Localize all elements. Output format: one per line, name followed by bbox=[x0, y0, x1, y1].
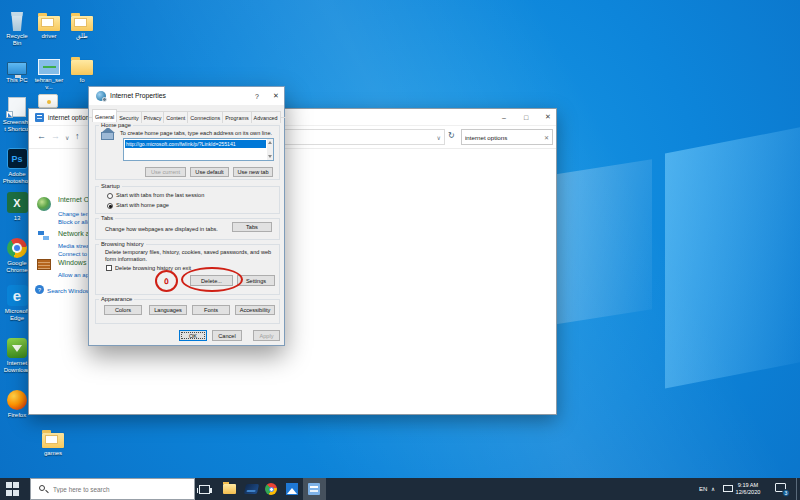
colors-button[interactable]: Colors bbox=[104, 305, 142, 315]
control-panel-taskbar-button-active[interactable] bbox=[303, 478, 326, 500]
folder-icon bbox=[38, 16, 60, 31]
search-icon bbox=[39, 485, 45, 491]
control-panel-icon bbox=[308, 483, 320, 495]
desktop-icon-recycle-bin[interactable]: Recycle Bin bbox=[2, 9, 32, 47]
photos-icon bbox=[286, 483, 298, 495]
tray-chevron-up-icon[interactable]: ∧ bbox=[711, 486, 715, 492]
radio-label[interactable]: Start with home page bbox=[116, 202, 169, 208]
dialog-help-button[interactable]: ? bbox=[249, 89, 265, 103]
dialog-titlebar[interactable]: Internet Properties ? ✕ bbox=[89, 87, 284, 105]
tab-programs[interactable]: Programs bbox=[222, 111, 251, 123]
tab-advanced[interactable]: Advanced bbox=[251, 111, 281, 123]
accessibility-button[interactable]: Accessibility bbox=[235, 305, 275, 315]
laptop-swoosh-icon bbox=[243, 484, 258, 494]
maximize-button[interactable]: □ bbox=[517, 109, 535, 125]
help-icon: ? bbox=[35, 285, 44, 294]
scroll-up-icon bbox=[268, 141, 272, 144]
desktop-icon-label: driver bbox=[34, 33, 64, 40]
download-manager-icon bbox=[7, 338, 27, 358]
recycle-bin-icon bbox=[10, 12, 25, 31]
desktop-icon-tehran-serv[interactable]: tehran_serv... bbox=[34, 53, 64, 91]
language-indicator[interactable]: EN bbox=[699, 486, 707, 492]
use-new-tab-button[interactable]: Use new tab bbox=[233, 167, 273, 177]
clear-search-icon[interactable]: ✕ bbox=[544, 134, 549, 141]
annotation-step-circle: ٥ bbox=[155, 270, 178, 292]
radio-label[interactable]: Start with tabs from the last session bbox=[116, 192, 204, 198]
ok-button[interactable]: OK bbox=[179, 330, 207, 341]
group-label: Tabs bbox=[99, 215, 115, 221]
tabs-description: Change how webpages are displayed in tab… bbox=[105, 226, 218, 232]
group-label: Startup bbox=[99, 183, 122, 189]
scrollbar[interactable] bbox=[267, 139, 273, 160]
languages-button[interactable]: Languages bbox=[149, 305, 187, 315]
desktop-icon-label: This PC bbox=[2, 77, 32, 84]
browsing-history-description: form information. bbox=[105, 256, 147, 262]
up-icon[interactable]: ↑ bbox=[75, 131, 80, 141]
back-icon[interactable]: ← bbox=[37, 131, 46, 141]
taskbar-clock[interactable]: 9:19 AM 12/6/2020 bbox=[735, 482, 761, 496]
desktop-icon-driver[interactable]: driver bbox=[34, 9, 64, 40]
internet-options-icon bbox=[37, 197, 51, 211]
photos-taskbar-button[interactable] bbox=[284, 481, 300, 497]
home-page-url-field[interactable]: http://go.microsoft.com/fwlink/p/?LinkId… bbox=[123, 138, 274, 161]
tabs-button[interactable]: Tabs bbox=[232, 222, 272, 232]
folder-icon bbox=[71, 60, 93, 75]
control-panel-searchbox[interactable]: ✕ bbox=[461, 129, 553, 145]
desktop-icon-games[interactable]: games bbox=[38, 426, 68, 457]
history-dropdown-icon[interactable]: ∨ bbox=[65, 134, 69, 141]
desktop-icon-label: games bbox=[38, 450, 68, 457]
delete-history-checkbox[interactable] bbox=[106, 265, 112, 271]
refresh-icon[interactable]: ↻ bbox=[448, 131, 455, 140]
home-page-instruction: To create home page tabs, type each addr… bbox=[120, 130, 272, 136]
taskbar-search-input[interactable] bbox=[53, 483, 188, 496]
show-desktop-button[interactable] bbox=[796, 478, 797, 500]
photoshop-icon: Ps bbox=[7, 148, 28, 169]
chrome-icon bbox=[7, 238, 27, 258]
home-page-icon bbox=[101, 132, 114, 140]
this-pc-icon bbox=[7, 62, 27, 75]
chrome-taskbar-button[interactable] bbox=[263, 481, 279, 497]
firewall-icon bbox=[37, 259, 51, 270]
use-default-button[interactable]: Use default bbox=[190, 167, 229, 177]
tab-privacy[interactable]: Privacy bbox=[141, 111, 165, 123]
firefox-icon bbox=[7, 390, 27, 410]
tab-general[interactable]: General bbox=[92, 109, 117, 122]
group-label: Home page bbox=[99, 122, 133, 128]
result-title[interactable]: Network a bbox=[58, 230, 90, 237]
partially-hidden-file-icon[interactable] bbox=[38, 94, 58, 108]
excel-icon: X bbox=[7, 192, 28, 213]
task-view-icon bbox=[199, 485, 210, 494]
home-page-url[interactable]: http://go.microsoft.com/fwlink/p/?LinkId… bbox=[125, 140, 266, 148]
startup-group bbox=[95, 186, 280, 214]
close-button[interactable]: ✕ bbox=[539, 109, 557, 125]
task-view-button[interactable] bbox=[196, 481, 212, 497]
cancel-button[interactable]: Cancel bbox=[212, 330, 242, 341]
desktop-icon-label: fo bbox=[67, 77, 97, 84]
desktop-icon-arabic-folder[interactable]: طلق bbox=[67, 9, 97, 40]
delete-button[interactable]: Delete... bbox=[190, 275, 233, 286]
radio-start-with-home[interactable] bbox=[107, 203, 113, 209]
taskbar-searchbox[interactable] bbox=[30, 478, 195, 500]
clock-date: 12/6/2020 bbox=[735, 489, 761, 496]
start-button[interactable] bbox=[6, 482, 20, 496]
desktop-icon-this-pc[interactable]: This PC bbox=[2, 53, 32, 84]
checkbox-label[interactable]: Delete browsing history on exit bbox=[115, 265, 191, 271]
forward-icon: → bbox=[51, 131, 60, 141]
desktop-icon-fo[interactable]: fo bbox=[67, 53, 97, 84]
search-input[interactable] bbox=[465, 131, 541, 143]
network-icon bbox=[37, 229, 51, 243]
taskbar-app-swoosh-button[interactable] bbox=[243, 481, 259, 497]
file-explorer-icon bbox=[223, 484, 236, 494]
minimize-button[interactable]: – bbox=[495, 109, 513, 125]
settings-button[interactable]: Settings bbox=[237, 275, 275, 286]
file-explorer-button[interactable] bbox=[221, 481, 237, 497]
address-dropdown-icon[interactable]: ∨ bbox=[437, 134, 441, 141]
taskbar: EN ∧ 9:19 AM 12/6/2020 3 bbox=[0, 478, 800, 500]
tray-display-icon[interactable] bbox=[723, 485, 733, 492]
fonts-button[interactable]: Fonts bbox=[192, 305, 230, 315]
radio-start-with-tabs[interactable] bbox=[107, 193, 113, 199]
dialog-close-button[interactable]: ✕ bbox=[268, 89, 284, 103]
tab-content[interactable]: Content bbox=[163, 111, 188, 123]
tab-connections[interactable]: Connections bbox=[187, 111, 223, 123]
clock-time: 9:19 AM bbox=[735, 482, 761, 489]
